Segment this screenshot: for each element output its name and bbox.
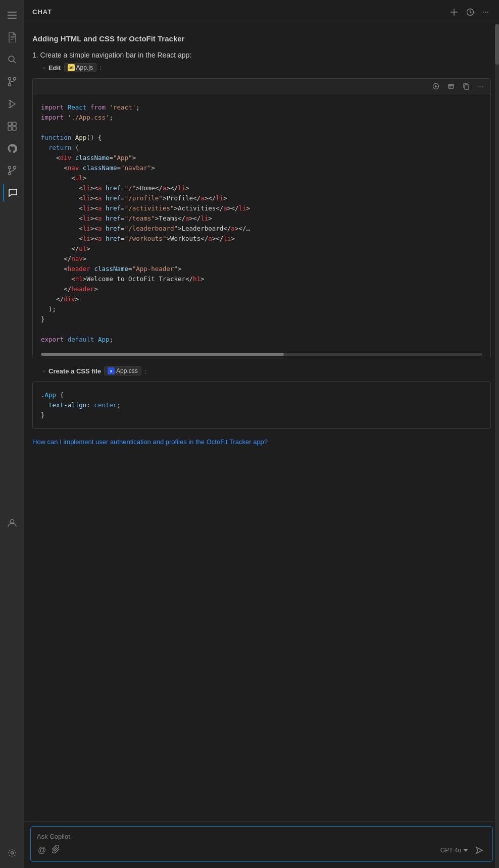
github-icon[interactable] (3, 139, 21, 157)
app-css-filename: App.css (116, 367, 138, 374)
run-code-button[interactable] (430, 81, 442, 91)
step-description: Create a simple navigation bar in the Re… (40, 51, 192, 59)
svg-rect-12 (13, 127, 16, 130)
create-label: Create a CSS file (48, 367, 101, 375)
chat-header: CHAT ··· (24, 0, 499, 24)
copy-code-button[interactable] (460, 81, 472, 91)
svg-rect-11 (8, 127, 12, 130)
suggestion-link[interactable]: How can I implement user authentication … (32, 437, 491, 447)
css-icon: # (108, 367, 115, 374)
app-js-filename: App.js (76, 64, 93, 71)
svg-point-18 (11, 852, 13, 854)
edit-label: Edit (48, 64, 61, 72)
extensions-icon[interactable] (3, 117, 21, 135)
at-symbol: @ (38, 846, 46, 854)
svg-rect-0 (8, 12, 17, 13)
section-title: Adding HTML and CSS for OctoFit Tracker (32, 34, 491, 43)
source-control-icon[interactable] (3, 73, 21, 91)
svg-point-15 (8, 173, 11, 175)
at-mention-button[interactable]: @ (37, 845, 47, 856)
svg-marker-8 (10, 100, 15, 107)
svg-point-17 (10, 520, 14, 523)
colon: : (99, 64, 102, 72)
main-panel: CHAT ··· Adding (24, 0, 499, 868)
step-1-label: 1. Create a simple navigation bar in the… (32, 51, 491, 59)
sidebar (0, 0, 24, 868)
svg-point-7 (8, 84, 11, 86)
code-content-1: import React from 'react'; import './App… (33, 94, 490, 353)
search-icon[interactable] (3, 50, 21, 69)
account-icon[interactable] (3, 514, 21, 532)
svg-point-5 (8, 78, 11, 80)
git-branches-icon[interactable] (3, 161, 21, 180)
code-block-2: .App { text-align: center; } (32, 382, 491, 429)
hamburger-menu-icon[interactable] (3, 6, 21, 24)
step-number: 1. (32, 51, 40, 59)
ask-copilot-input[interactable] (37, 833, 486, 840)
content-area: Adding HTML and CSS for OctoFit Tracker … (24, 24, 499, 822)
run-debug-icon[interactable] (3, 95, 21, 113)
code-block-1: ··· import React from 'react'; import '.… (32, 78, 491, 358)
code-scrollbar[interactable] (41, 353, 482, 356)
chat-title: CHAT (32, 8, 52, 16)
send-button[interactable] (472, 845, 486, 855)
svg-point-14 (13, 167, 16, 169)
input-left-actions: @ (37, 844, 61, 856)
new-chat-button[interactable] (448, 6, 460, 18)
input-bottom-row: @ GPT 4o (37, 844, 486, 856)
svg-point-13 (8, 167, 11, 169)
header-actions: ··· (448, 6, 491, 19)
svg-point-6 (13, 78, 16, 80)
svg-point-3 (9, 56, 14, 62)
sub-item-create: Create a CSS file # App.css : (42, 366, 491, 375)
expand-code-button[interactable] (445, 81, 457, 91)
svg-rect-23 (465, 85, 469, 89)
history-button[interactable] (464, 6, 476, 18)
code-content-2: .App { text-align: center; } (33, 382, 490, 428)
attach-button[interactable] (51, 844, 61, 856)
svg-rect-10 (13, 122, 16, 126)
svg-rect-20 (448, 84, 454, 88)
js-icon: JS (68, 64, 75, 71)
input-box: @ GPT 4o (30, 826, 493, 862)
sub-item-edit: Edit JS App.js : (42, 63, 491, 72)
svg-rect-2 (8, 18, 17, 19)
main-scrollbar[interactable] (495, 24, 499, 868)
svg-line-4 (13, 61, 16, 64)
svg-rect-9 (8, 122, 12, 126)
settings-icon[interactable] (3, 844, 21, 862)
app-js-badge: JS App.js (64, 63, 96, 72)
model-label: GPT 4o (440, 847, 461, 854)
scrollbar-thumb (495, 24, 499, 65)
model-selector-button[interactable]: GPT 4o (440, 847, 468, 854)
files-icon[interactable] (3, 28, 21, 46)
more-code-options-button[interactable]: ··· (475, 81, 486, 92)
step-2: Create a CSS file # App.css : (32, 366, 491, 375)
input-right-actions: GPT 4o (440, 845, 486, 855)
chat-icon[interactable] (3, 184, 21, 202)
input-area: @ GPT 4o (24, 822, 499, 868)
app-css-badge: # App.css (104, 366, 141, 375)
step-1: 1. Create a simple navigation bar in the… (32, 51, 491, 72)
svg-marker-24 (476, 847, 482, 853)
colon-2: : (144, 367, 146, 375)
code-toolbar-1: ··· (33, 79, 490, 94)
main-wrapper: CHAT ··· Adding (24, 0, 499, 868)
svg-rect-1 (8, 15, 17, 16)
more-options-button[interactable]: ··· (480, 6, 491, 19)
